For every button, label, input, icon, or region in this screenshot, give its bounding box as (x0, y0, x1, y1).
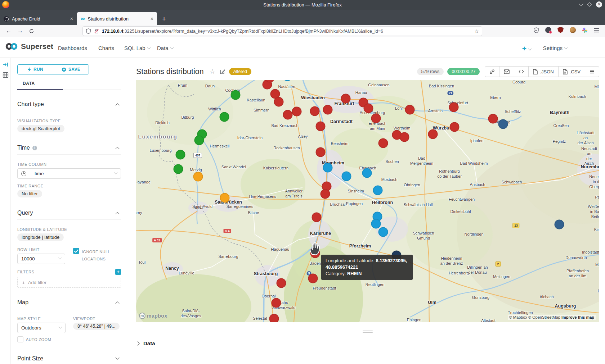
scatter-point-red[interactable] (274, 97, 284, 107)
nav-charts[interactable]: Charts (98, 45, 114, 51)
scatter-point-red[interactable] (316, 147, 326, 157)
window-close-icon[interactable]: × (596, 1, 602, 8)
scatter-point-red[interactable] (323, 105, 333, 115)
viz-type-value[interactable]: deck.gl Scatterplot (17, 125, 64, 132)
pocket-icon[interactable] (533, 27, 539, 33)
nav-data[interactable]: Data (157, 45, 173, 51)
scatter-point-cyan[interactable] (342, 172, 351, 181)
attr-osm[interactable]: © OpenStreetMap (528, 315, 561, 319)
scatter-point-green[interactable] (231, 90, 241, 100)
tab-close-icon[interactable]: × (151, 16, 153, 22)
scatter-point-red[interactable] (428, 129, 438, 139)
scatter-point-cyan[interactable] (378, 227, 388, 237)
scatter-point-red[interactable] (292, 107, 302, 117)
add-filter-box[interactable]: + Add filter (17, 277, 121, 288)
ignore-null-checkbox[interactable] (73, 248, 79, 254)
scatter-point-red[interactable] (371, 114, 381, 123)
scatter-point-cyan[interactable] (373, 186, 383, 195)
time-range-value[interactable]: No filter (17, 190, 42, 197)
run-button[interactable]: RUN (18, 65, 53, 74)
attr-mapbox[interactable]: © Mapbox (509, 315, 528, 319)
scatter-point-red[interactable] (449, 103, 459, 112)
section-map[interactable]: Map (17, 299, 121, 306)
auto-zoom-checkbox[interactable] (17, 336, 23, 342)
new-chart-button[interactable]: + (522, 44, 531, 53)
scatter-point-red[interactable] (488, 114, 498, 124)
add-filter-plus-button[interactable]: + (115, 269, 121, 275)
map-style-select[interactable]: Outdoors (17, 323, 66, 333)
new-tab-button[interactable]: + (162, 15, 166, 23)
scatter-point-red[interactable] (312, 213, 322, 222)
mapbox-logo[interactable]: m mapbox (139, 313, 167, 319)
dataset-grid-icon[interactable] (3, 72, 9, 78)
forward-button[interactable]: → (17, 28, 23, 34)
scatter-point-cyan[interactable] (362, 168, 372, 178)
attr-improve-link[interactable]: Improve this map (561, 315, 594, 319)
pane-resize-handle[interactable] (363, 331, 373, 334)
window-minimize-icon[interactable] (579, 1, 583, 6)
scatter-point-green[interactable] (194, 136, 204, 145)
scatter-point-navy[interactable] (498, 119, 508, 129)
window-maximize-icon[interactable] (587, 2, 592, 7)
collapse-panel-icon[interactable] (3, 62, 9, 68)
cookie-extension-icon[interactable] (570, 27, 576, 33)
nav-settings[interactable]: Settings (543, 45, 567, 51)
scatter-point-red[interactable] (272, 298, 281, 308)
tab-stations-distribution[interactable]: ∞ Stations distribution × (77, 12, 157, 25)
color-pinwheel-icon[interactable] (582, 27, 588, 33)
row-limit-select[interactable]: 10000 (17, 254, 65, 264)
tab-close-icon[interactable]: × (70, 16, 73, 22)
scatter-point-green[interactable] (174, 164, 183, 174)
section-chart-type[interactable]: Chart type (17, 101, 121, 108)
scatter-point-orange[interactable] (193, 172, 203, 182)
section-point-size[interactable]: Point Size (17, 355, 121, 362)
ublock-icon[interactable]: 2 (557, 27, 564, 33)
shield-icon[interactable] (86, 28, 91, 34)
scatter-point-red[interactable] (321, 189, 330, 199)
scatter-point-red[interactable] (378, 138, 388, 148)
nav-dashboards[interactable]: Dashboards (58, 45, 87, 51)
tab-apache-druid[interactable]: Apache Druid × (0, 12, 77, 25)
container-mask-icon[interactable] (545, 27, 551, 33)
bookmark-star-icon[interactable]: ☆ (474, 28, 479, 34)
scatter-point-red[interactable] (400, 132, 409, 142)
scatter-point-red[interactable] (269, 314, 279, 322)
superset-logo[interactable]: Superset (5, 42, 53, 51)
time-column-select[interactable]: __time (17, 168, 121, 179)
scatter-point-red[interactable] (277, 278, 286, 288)
viewport-value[interactable]: 8° 46' 45.28" | 49... (73, 323, 120, 330)
firefox-menu-icon[interactable] (594, 27, 600, 33)
insecure-lock-icon[interactable] (94, 28, 99, 34)
scatter-point-navy[interactable] (555, 220, 564, 229)
export-csv-button[interactable]: .CSV (558, 67, 585, 77)
scatter-point-red[interactable] (364, 104, 373, 113)
share-link-button[interactable] (485, 67, 499, 77)
scatter-point-green[interactable] (176, 150, 185, 160)
embed-code-button[interactable] (514, 67, 528, 77)
edit-icon[interactable] (220, 69, 225, 74)
scatter-point-red[interactable] (308, 274, 318, 283)
scatter-point-red[interactable] (310, 106, 320, 116)
deckgl-scatterplot-map[interactable]: LuxembourgFrankfurtWiesbadenDarmstadtWür… (136, 80, 599, 322)
scatter-point-orange[interactable] (220, 193, 230, 203)
back-button[interactable]: ← (6, 28, 12, 34)
nav-sql-lab[interactable]: SQL Lab (124, 45, 150, 51)
chart-menu-button[interactable] (585, 67, 599, 77)
scatter-point-red[interactable] (450, 122, 460, 132)
lonlat-value[interactable]: longitude | latitude (17, 233, 64, 241)
altered-badge[interactable]: Altered (229, 68, 251, 75)
scatter-point-red[interactable] (341, 94, 351, 104)
scatter-point-red[interactable] (405, 105, 415, 115)
url-bar[interactable]: 172.18.0.4 :32251/superset/explore/?form… (83, 27, 482, 36)
section-time[interactable]: Timei (17, 145, 121, 151)
section-query[interactable]: Query (17, 210, 121, 216)
scatter-point-red[interactable] (283, 110, 293, 120)
scatter-point-cyan[interactable] (323, 163, 333, 173)
reload-button[interactable] (29, 28, 34, 34)
email-button[interactable] (499, 67, 514, 77)
export-json-button[interactable]: .JSON (528, 67, 558, 77)
scatter-point-green[interactable] (220, 112, 229, 122)
scatter-point-red[interactable] (316, 122, 326, 131)
data-panel-header[interactable]: Data (136, 340, 155, 346)
favorite-star-icon[interactable]: ☆ (210, 68, 215, 76)
